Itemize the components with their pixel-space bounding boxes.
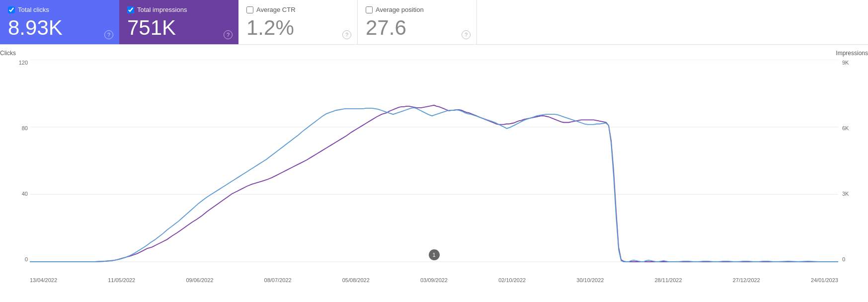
- total-clicks-value: 8.93K: [8, 16, 109, 39]
- average-ctr-help-icon[interactable]: ?: [342, 30, 351, 39]
- total-clicks-card: Total clicks 8.93K ?: [0, 0, 119, 44]
- clicks-line: [30, 108, 838, 262]
- x-tick-3: 08/07/2022: [264, 277, 292, 283]
- x-tick-2: 09/06/2022: [186, 277, 213, 283]
- total-clicks-label: Total clicks: [18, 6, 49, 13]
- total-clicks-checkbox[interactable]: [8, 6, 15, 13]
- average-position-value: 27.6: [366, 16, 467, 39]
- x-tick-8: 28/11/2022: [655, 277, 682, 283]
- total-impressions-label: Total impressions: [137, 6, 187, 13]
- chart-y-label-right: Impressions: [836, 50, 868, 57]
- average-position-checkbox[interactable]: [366, 6, 373, 13]
- y-left-tick-1: 80: [4, 125, 28, 131]
- y-axis-right: 9K 6K 3K 0: [842, 60, 866, 262]
- average-position-card: Average position 27.6 ?: [358, 0, 477, 44]
- y-right-tick-1: 6K: [842, 125, 866, 131]
- x-tick-5: 03/09/2022: [420, 277, 448, 283]
- average-position-help-icon[interactable]: ?: [462, 30, 471, 39]
- y-left-tick-0: 120: [4, 60, 28, 66]
- x-tick-7: 30/10/2022: [576, 277, 604, 283]
- x-tick-0: 13/04/2022: [30, 277, 57, 283]
- x-tick-9: 27/12/2022: [733, 277, 760, 283]
- x-tick-1: 11/05/2022: [108, 277, 135, 283]
- y-right-tick-0: 9K: [842, 60, 866, 66]
- total-impressions-value: 751K: [127, 16, 229, 39]
- average-ctr-value: 1.2%: [246, 16, 347, 39]
- average-ctr-label: Average CTR: [256, 6, 296, 13]
- total-impressions-checkbox[interactable]: [127, 6, 134, 13]
- x-tick-4: 05/08/2022: [342, 277, 370, 283]
- total-clicks-help-icon[interactable]: ?: [104, 30, 113, 39]
- y-right-tick-3: 0: [842, 256, 866, 262]
- y-right-tick-2: 3K: [842, 191, 866, 197]
- impressions-line: [30, 105, 838, 262]
- chart-svg: [30, 60, 838, 262]
- y-left-tick-3: 0: [4, 256, 28, 262]
- chart-tooltip-bubble[interactable]: 1: [429, 249, 440, 260]
- average-ctr-checkbox[interactable]: [246, 6, 253, 13]
- metrics-bar: Total clicks 8.93K ? Total impressions 7…: [0, 0, 868, 45]
- y-axis-left: 120 80 40 0: [4, 60, 28, 262]
- y-left-tick-2: 40: [4, 191, 28, 197]
- average-ctr-card: Average CTR 1.2% ?: [238, 0, 358, 44]
- total-impressions-help-icon[interactable]: ?: [224, 30, 233, 39]
- chart-y-label-left: Clicks: [0, 50, 16, 57]
- x-axis: 13/04/2022 11/05/2022 09/06/2022 08/07/2…: [30, 277, 838, 283]
- x-tick-10: 24/01/2023: [811, 277, 838, 283]
- total-impressions-card: Total impressions 751K ?: [119, 0, 238, 44]
- chart-area: Clicks Impressions 120 80 40 0 9K 6K 3K …: [0, 45, 868, 287]
- chart-svg-wrapper: [30, 60, 838, 262]
- average-position-label: Average position: [376, 6, 424, 13]
- x-tick-6: 02/10/2022: [498, 277, 526, 283]
